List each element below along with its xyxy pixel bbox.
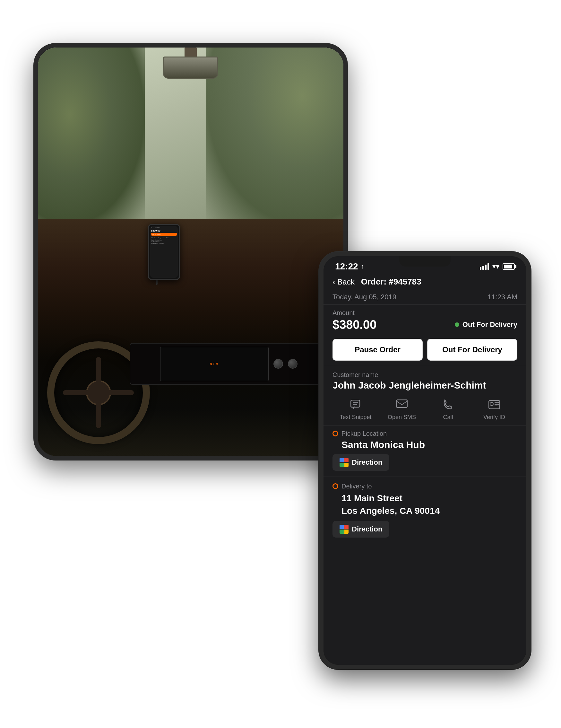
car-interior-image: Order: #945783 $380.00 Out for Delivery … bbox=[38, 48, 343, 456]
action-buttons: Pause Order Out For Delivery bbox=[323, 335, 526, 364]
mini-customer: John Jacob Jengleheimer-Schimt bbox=[151, 237, 177, 239]
amount-row: $380.00 Out For Delivery bbox=[332, 318, 517, 332]
pickup-direction-label: Direction bbox=[352, 458, 382, 467]
delivery-maps-icon bbox=[339, 525, 348, 534]
quick-action-text-snippet[interactable]: Text Snippet bbox=[332, 398, 379, 421]
order-date: Today, Aug 05, 2019 bbox=[332, 293, 396, 301]
out-for-delivery-button[interactable]: Out For Delivery bbox=[427, 339, 517, 361]
maps-icon bbox=[339, 458, 348, 467]
delivery-address-line2: Los Angeles, CA 90014 bbox=[341, 506, 440, 516]
delivery-maps-q4 bbox=[344, 530, 348, 534]
maps-q4 bbox=[344, 463, 348, 467]
mini-delivery-btn: Out for Delivery bbox=[151, 233, 177, 236]
status-time-wrapper: 12:22 ↑ bbox=[335, 261, 364, 272]
delivery-type-label: Delivery to bbox=[341, 483, 372, 490]
delivery-circle-icon bbox=[332, 483, 338, 489]
svg-point-5 bbox=[490, 402, 493, 406]
signal-bar-2 bbox=[482, 266, 484, 270]
delivery-direction-wrapper: Direction bbox=[332, 521, 517, 538]
pickup-direction-wrapper: Direction bbox=[332, 454, 517, 471]
tablet-device: Order: #945783 $380.00 Out for Delivery … bbox=[33, 43, 348, 460]
maps-q3 bbox=[339, 463, 344, 467]
open-sms-label: Open SMS bbox=[388, 414, 416, 421]
date-row: Today, Aug 05, 2019 11:23 AM bbox=[323, 291, 526, 303]
maps-q1 bbox=[339, 458, 344, 462]
quick-action-call[interactable]: Call bbox=[425, 398, 471, 421]
dashboard-area: Order: #945783 $380.00 Out for Delivery … bbox=[38, 219, 343, 456]
quick-action-open-sms[interactable]: Open SMS bbox=[379, 398, 425, 421]
delivery-direction-button[interactable]: Direction bbox=[332, 521, 389, 538]
mini-address: Santa Monica Hub 11 Main StreetLos Angel… bbox=[151, 239, 177, 244]
verify-id-label: Verify ID bbox=[483, 414, 505, 421]
status-icons: ▾▾ bbox=[480, 262, 515, 271]
customer-name-label: Customer name bbox=[332, 371, 517, 379]
delivery-maps-q1 bbox=[339, 525, 344, 529]
order-title: Order: #945783 bbox=[361, 277, 421, 287]
pickup-direction-button[interactable]: Direction bbox=[332, 454, 389, 471]
tree-right bbox=[206, 48, 343, 225]
steering-spoke-vertical bbox=[96, 357, 101, 428]
divider-3 bbox=[323, 477, 526, 477]
knob-left bbox=[274, 359, 283, 369]
status-dot-icon bbox=[455, 322, 459, 327]
delivery-location-header: Delivery to bbox=[332, 483, 517, 490]
back-chevron-icon: ‹ bbox=[332, 277, 335, 287]
mini-amount: $380.00 bbox=[151, 229, 177, 232]
amount-section: Amount $380.00 Out For Delivery bbox=[323, 306, 526, 335]
pickup-circle-icon bbox=[332, 431, 338, 436]
text-snippet-icon bbox=[347, 398, 364, 411]
call-icon bbox=[440, 398, 456, 411]
dashboard-phone-screen: Order: #945783 $380.00 Out for Delivery … bbox=[149, 225, 179, 279]
delivery-location-section: Delivery to 11 Main Street Los Angeles, … bbox=[323, 478, 526, 542]
battery-icon bbox=[503, 263, 515, 270]
car-sky bbox=[38, 48, 343, 231]
phone-app-mini: Order: #945783 $380.00 Out for Delivery … bbox=[150, 226, 178, 278]
signal-bars-icon bbox=[480, 263, 489, 270]
infotainment-system: RFM bbox=[130, 343, 328, 385]
verify-id-icon bbox=[486, 398, 503, 411]
quick-actions-row: Text Snippet Open SMS bbox=[323, 393, 526, 425]
delivery-status: Out For Delivery bbox=[455, 320, 517, 329]
text-snippet-label: Text Snippet bbox=[339, 414, 371, 421]
delivery-maps-q3 bbox=[339, 530, 344, 534]
delivery-maps-q2 bbox=[344, 525, 348, 529]
open-sms-icon bbox=[393, 398, 410, 411]
back-label: Back bbox=[337, 277, 354, 286]
signal-bar-1 bbox=[480, 267, 481, 270]
tree-left bbox=[38, 48, 145, 225]
wifi-icon: ▾▾ bbox=[492, 262, 499, 271]
status-time: 12:22 bbox=[335, 261, 358, 272]
pickup-type-label: Pickup Location bbox=[341, 430, 387, 437]
customer-section: Customer name John Jacob Jengleheimer-Sc… bbox=[323, 367, 526, 393]
battery-fill bbox=[504, 265, 512, 268]
pickup-location-header: Pickup Location bbox=[332, 430, 517, 437]
infotainment-knobs bbox=[274, 359, 297, 369]
svg-rect-0 bbox=[351, 400, 360, 407]
svg-rect-3 bbox=[396, 400, 407, 408]
signal-bar-3 bbox=[485, 265, 486, 270]
knob-right bbox=[288, 359, 297, 369]
nav-bar: ‹ Back Order: #945783 bbox=[323, 274, 526, 291]
rearview-mirror bbox=[163, 57, 218, 79]
quick-action-verify-id[interactable]: Verify ID bbox=[471, 398, 517, 421]
pickup-location-section: Pickup Location Santa Monica Hub Directi… bbox=[323, 425, 526, 475]
pause-order-button[interactable]: Pause Order bbox=[332, 339, 423, 361]
scene-container: Order: #945783 $380.00 Out for Delivery … bbox=[24, 27, 537, 701]
phone-device: 12:22 ↑ ▾▾ bbox=[319, 252, 531, 669]
amount-label: Amount bbox=[332, 309, 517, 317]
signal-bar-4 bbox=[487, 263, 489, 270]
order-time: 11:23 AM bbox=[487, 293, 517, 301]
pickup-location-name: Santa Monica Hub bbox=[332, 439, 517, 450]
delivery-address: 11 Main Street Los Angeles, CA 90014 bbox=[332, 492, 517, 517]
phone-screen: 12:22 ↑ ▾▾ bbox=[323, 256, 526, 665]
phone-notch bbox=[399, 256, 451, 267]
dashboard-phone: Order: #945783 $380.00 Out for Delivery … bbox=[148, 224, 180, 280]
infotainment-display: RFM bbox=[160, 347, 269, 381]
back-button[interactable]: ‹ Back bbox=[332, 277, 355, 287]
customer-name-value: John Jacob Jengleheimer-Schimt bbox=[332, 380, 517, 391]
delivery-address-line1: 11 Main Street bbox=[341, 493, 402, 503]
status-label: Out For Delivery bbox=[462, 320, 517, 329]
delivery-direction-label: Direction bbox=[352, 525, 382, 533]
call-label: Call bbox=[443, 414, 453, 421]
maps-q2 bbox=[344, 458, 348, 462]
